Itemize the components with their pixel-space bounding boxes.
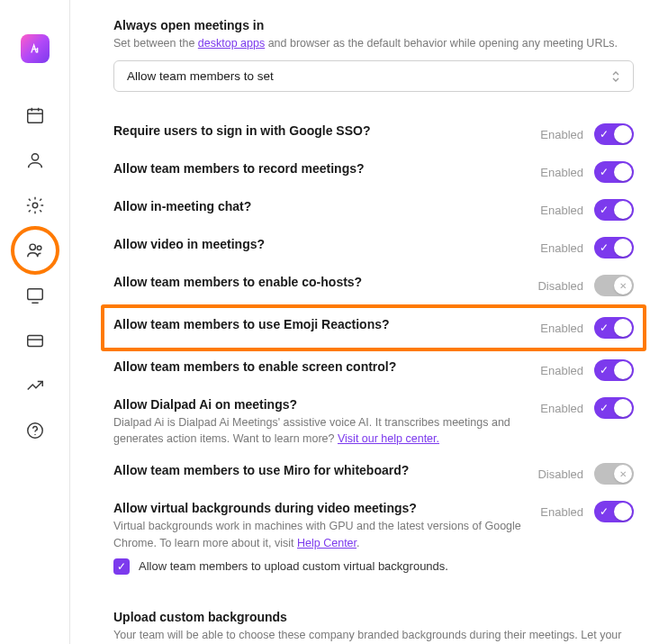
checkbox-label: Allow team members to upload custom virt… [139, 559, 448, 573]
toggle-vbg[interactable] [594, 501, 634, 522]
check-icon [600, 322, 609, 333]
desktop-apps-link[interactable]: desktop apps [198, 37, 265, 50]
setting-row-ai: Allow Dialpad Ai on meetings?Dialpad Ai … [113, 389, 634, 455]
settings-gear-icon[interactable] [24, 195, 46, 216]
check-icon [600, 167, 609, 177]
status-text: Enabled [540, 241, 583, 255]
toggle-ai[interactable] [594, 397, 634, 419]
check-icon [600, 506, 609, 517]
setting-row-miro: Allow team members to use Miro for white… [113, 455, 634, 493]
analytics-icon[interactable] [24, 375, 46, 396]
check-icon [600, 129, 609, 140]
toggle-chat[interactable] [594, 199, 634, 221]
svg-point-4 [32, 154, 38, 160]
svg-point-6 [30, 244, 35, 249]
settings-list: Require users to sign in with Google SSO… [113, 115, 634, 583]
app-logo [21, 34, 50, 63]
upload-description: Your team will be able to choose these c… [113, 627, 634, 644]
toggle-sso[interactable] [594, 123, 634, 145]
setting-label: Require users to sign in with Google SSO… [113, 123, 522, 138]
toggle-video[interactable] [594, 237, 634, 259]
svg-point-13 [34, 434, 35, 435]
setting-label: Allow team members to enable screen cont… [113, 359, 522, 374]
card-icon[interactable] [24, 330, 46, 351]
toggle-emoji[interactable] [594, 317, 634, 339]
toggle-screencontrol[interactable] [594, 359, 634, 381]
setting-row-cohosts: Allow team members to enable co-hosts?Di… [113, 267, 634, 304]
select-chevron-icon [611, 70, 620, 83]
status-text: Enabled [540, 402, 583, 415]
setting-label: Allow Dialpad Ai on meetings? [113, 397, 522, 412]
status-text: Disabled [537, 279, 583, 293]
status-text: Disabled [537, 467, 583, 481]
setting-label: Allow video in meetings? [113, 237, 522, 251]
desc-text: and browser as the default behavior whil… [265, 37, 618, 50]
check-icon [600, 365, 609, 376]
setting-label: Allow virtual backgrounds during video m… [113, 501, 522, 515]
people-group-icon[interactable] [24, 240, 46, 261]
check-icon [600, 204, 609, 215]
check-icon [600, 403, 609, 413]
status-text: Enabled [540, 128, 583, 141]
setting-subtext: Virtual backgrounds work in machines wit… [113, 518, 522, 550]
status-text: Enabled [540, 204, 583, 217]
setting-row-record: Allow team members to record meetings?En… [113, 153, 634, 191]
svg-point-5 [32, 203, 38, 208]
setting-row-chat: Allow in-meeting chat?Enabled [113, 191, 634, 229]
setting-row-screencontrol: Allow team members to enable screen cont… [113, 351, 634, 389]
svg-rect-8 [27, 289, 42, 300]
check-icon [600, 242, 609, 253]
setting-row-video: Allow video in meetings?Enabled [113, 229, 634, 267]
setting-row-vbg: Allow virtual backgrounds during video m… [113, 493, 634, 582]
setting-row-emoji: Allow team members to use Emoji Reaction… [113, 313, 634, 342]
upload-custom-bg-checkbox[interactable]: ✓ [113, 558, 130, 575]
svg-point-7 [37, 246, 41, 250]
toggle-miro[interactable] [594, 463, 634, 485]
setting-row-sso: Require users to sign in with Google SSO… [113, 115, 634, 153]
section-description: Set between the desktop apps and browser… [113, 35, 634, 51]
person-icon[interactable] [24, 150, 46, 171]
select-value: Allow team members to set [127, 69, 274, 83]
toggle-record[interactable] [594, 161, 634, 183]
svg-rect-0 [27, 110, 42, 123]
setting-subtext: Dialpad Ai is Dialpad Ai Meetings' assis… [113, 414, 522, 447]
upload-title: Upload custom backgrounds [113, 610, 634, 624]
monitor-icon[interactable] [24, 285, 46, 306]
upload-backgrounds-section: Upload custom backgrounds Your team will… [113, 610, 634, 644]
sidebar [0, 0, 70, 644]
open-in-select[interactable]: Allow team members to set [113, 60, 634, 92]
checkbox-row: ✓Allow team members to upload custom vir… [113, 558, 522, 575]
status-text: Enabled [540, 322, 583, 335]
toggle-cohosts[interactable] [594, 275, 634, 296]
setting-sub-link[interactable]: Visit our help center. [338, 432, 439, 445]
setting-sub-link[interactable]: Help Center [297, 537, 357, 549]
status-text: Enabled [540, 505, 583, 519]
setting-label: Allow team members to use Emoji Reaction… [113, 317, 522, 331]
help-icon[interactable] [24, 420, 46, 441]
setting-label: Allow team members to use Miro for white… [113, 463, 519, 477]
calendar-icon[interactable] [24, 104, 46, 126]
setting-label: Allow team members to enable co-hosts? [113, 275, 519, 289]
status-text: Enabled [540, 166, 583, 179]
settings-panel: Always open meetings in Set between the … [70, 0, 659, 644]
setting-label: Allow team members to record meetings? [113, 161, 522, 176]
section-title: Always open meetings in [113, 18, 634, 32]
svg-rect-10 [27, 336, 42, 347]
open-in-section: Always open meetings in Set between the … [113, 18, 634, 92]
highlighted-setting: Allow team members to use Emoji Reaction… [101, 304, 646, 351]
desc-text: Set between the [113, 37, 198, 50]
status-text: Enabled [540, 364, 583, 377]
setting-label: Allow in-meeting chat? [113, 199, 522, 213]
